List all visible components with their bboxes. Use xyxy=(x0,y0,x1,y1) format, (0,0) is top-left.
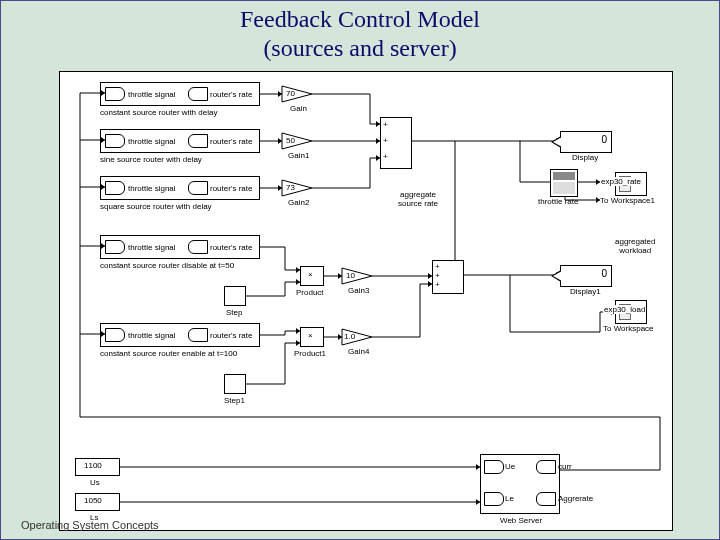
port-label: Aggrerate xyxy=(558,494,593,503)
display-value: 0 xyxy=(601,268,607,279)
gain-value: 1.0 xyxy=(344,332,355,341)
gain-value: 73 xyxy=(286,183,295,192)
var-label: exp30_rate xyxy=(600,177,642,186)
product-symbol: × xyxy=(308,331,313,340)
port-label: Ue xyxy=(505,462,515,471)
block-label: Step xyxy=(226,308,242,317)
gain-value: 70 xyxy=(286,89,295,98)
sum-block: +++ xyxy=(432,260,464,294)
block-label: To Workspace xyxy=(603,324,654,333)
product-symbol: × xyxy=(308,270,313,279)
var-label: exp30_load xyxy=(603,305,646,314)
in-port xyxy=(484,460,504,474)
title-line1: Feedback Control Model xyxy=(240,6,480,32)
footer-text: Operating System Concepts xyxy=(21,519,159,531)
step-block xyxy=(224,374,246,394)
gain-value: 10 xyxy=(346,271,355,280)
gain-label: Gain xyxy=(290,104,307,113)
block-label: Us xyxy=(90,478,100,487)
gain-label: Gain3 xyxy=(348,286,369,295)
port-label: curr xyxy=(558,462,572,471)
svg-marker-6 xyxy=(278,91,282,97)
gain-label: Gain4 xyxy=(348,347,369,356)
const-value: 1050 xyxy=(84,496,102,505)
block-label: Product1 xyxy=(294,349,326,358)
const-value: 1100 xyxy=(84,461,102,470)
step-block xyxy=(224,286,246,306)
gain-label: Gain2 xyxy=(288,198,309,207)
block-label: Step1 xyxy=(224,396,245,405)
svg-marker-8 xyxy=(278,138,282,144)
display-value: 0 xyxy=(601,134,607,145)
page-title: Feedback Control Model (sources and serv… xyxy=(1,5,719,63)
port-label: Le xyxy=(505,494,514,503)
svg-marker-30 xyxy=(338,273,342,279)
gain-label: Gain1 xyxy=(288,151,309,160)
simulink-diagram: throttle signal router's rate constant s… xyxy=(59,71,673,531)
block-label: To Workspace1 xyxy=(600,196,655,205)
out-port xyxy=(536,460,556,474)
agg-work-label: aggregated workload xyxy=(615,237,655,255)
sum-block: +++ xyxy=(380,117,412,169)
svg-marker-81 xyxy=(101,331,105,337)
in-port xyxy=(484,492,504,506)
svg-marker-40 xyxy=(338,334,342,340)
display-block: 0 xyxy=(560,131,612,153)
gain-value: 50 xyxy=(286,136,295,145)
out-port xyxy=(536,492,556,506)
svg-marker-79 xyxy=(101,243,105,249)
block-label: Web Server xyxy=(500,516,542,525)
scope-block xyxy=(550,169,578,197)
display-block: 0 xyxy=(560,265,612,287)
title-line2: (sources and server) xyxy=(263,35,456,61)
svg-marker-75 xyxy=(101,137,105,143)
block-label: Display xyxy=(572,153,598,162)
block-label: throttle rate xyxy=(538,197,578,206)
agg-src-label: aggregate source rate xyxy=(398,190,438,208)
block-label: Product xyxy=(296,288,324,297)
svg-marker-77 xyxy=(101,184,105,190)
svg-marker-73 xyxy=(101,90,105,96)
block-label: Display1 xyxy=(570,287,601,296)
svg-marker-10 xyxy=(278,185,282,191)
